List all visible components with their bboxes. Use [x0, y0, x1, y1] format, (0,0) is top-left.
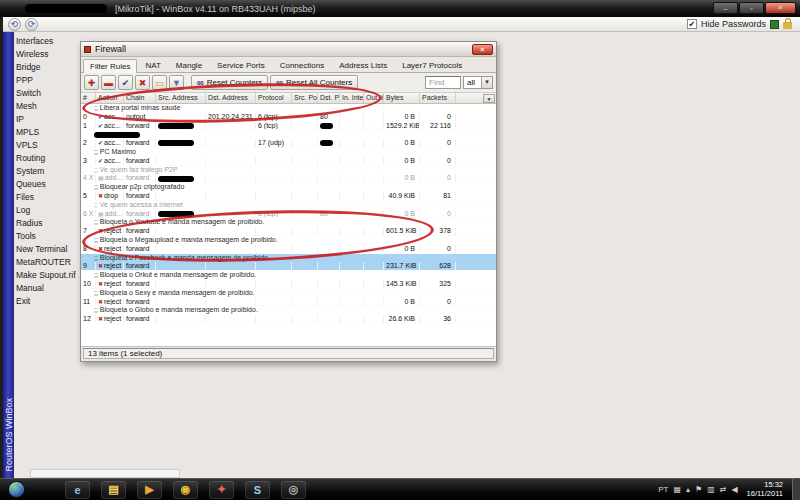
rule-comment-row[interactable]: ;; Ve quem acessa a internet: [81, 201, 496, 210]
brand-bar: RouterOS WinBox: [3, 32, 14, 478]
reset-all-counters-button[interactable]: 00 Reset All Counters: [270, 75, 358, 90]
maximize-button[interactable]: ▫: [739, 2, 764, 14]
explorer-icon[interactable]: ▤: [101, 481, 126, 499]
column-header-out-int[interactable]: Out. Int...: [364, 93, 384, 103]
minimize-button[interactable]: –: [713, 2, 738, 14]
tab-layer7-protocols[interactable]: Layer7 Protocols: [395, 58, 469, 72]
brand-vertical-text: RouterOS WinBox: [4, 398, 14, 478]
cell-outif: [364, 122, 384, 130]
cell-packets: 22 116: [420, 122, 456, 130]
filter-dropdown[interactable]: all ▼: [463, 76, 493, 89]
rule-row[interactable]: 5✖dropforward40.9 KiB81: [81, 192, 496, 201]
rule-comment-row[interactable]: [81, 130, 496, 139]
rule-row[interactable]: 0✔acc...output201.20.24.2316 (tcp)800 B0: [81, 113, 496, 122]
cell-src: [156, 262, 206, 270]
tab-address-lists[interactable]: Address Lists: [332, 58, 394, 72]
column-header-action[interactable]: Action: [96, 93, 124, 103]
reset-counters-button[interactable]: 00 Reset Counters: [191, 75, 268, 90]
rule-comment-row[interactable]: ;; PC Maximo: [81, 148, 496, 157]
filter-button[interactable]: ▼: [169, 75, 184, 90]
column-header-bytes[interactable]: Bytes: [384, 93, 420, 103]
rule-comment-row[interactable]: ;; Bloqueia o Facebook e manda mensagem …: [81, 254, 496, 263]
rule-row[interactable]: 11✖rejectforward0 B0: [81, 298, 496, 307]
firewall-titlebar[interactable]: Firewall ✕: [81, 42, 496, 57]
close-button[interactable]: ✕: [765, 2, 796, 14]
cell-chain: forward: [124, 245, 156, 253]
column-header-protocol[interactable]: Protocol: [256, 93, 292, 103]
firewall-close-button[interactable]: ✕: [472, 44, 493, 55]
column-header-dst-address[interactable]: Dst. Address: [206, 93, 256, 103]
redo-icon[interactable]: ⟳: [25, 18, 38, 31]
cell-inif: [340, 280, 364, 288]
tab-service-ports[interactable]: Service Ports: [210, 58, 272, 72]
disable-button[interactable]: ✖: [135, 75, 150, 90]
start-button[interactable]: [8, 481, 25, 498]
flag-icon[interactable]: ⚑: [695, 485, 702, 494]
tab-nat[interactable]: NAT: [138, 58, 167, 72]
column-header-chain[interactable]: Chain: [124, 93, 156, 103]
cell-action: ✔acc...: [96, 157, 124, 165]
rule-row[interactable]: 8✖rejectforward0 B0: [81, 245, 496, 254]
tab-mangle[interactable]: Mangle: [169, 58, 209, 72]
find-input[interactable]: Find: [425, 76, 461, 89]
rule-comment-row[interactable]: ;; Bloqueia o Orkut e manda mensagem de …: [81, 271, 496, 280]
cell-proto: 6 (tcp): [256, 210, 292, 218]
rule-row[interactable]: 9✖rejectforward231.7 KiB628: [81, 262, 496, 271]
column-select-button[interactable]: ▼: [483, 94, 495, 103]
column-header-[interactable]: #: [81, 93, 96, 103]
column-header-in-inter[interactable]: In. Inter...: [340, 93, 364, 103]
player-icon[interactable]: ◎: [281, 481, 306, 499]
comment-button[interactable]: ▭: [152, 75, 167, 90]
remove-button[interactable]: ▬: [101, 75, 116, 90]
media-player-icon[interactable]: ▶: [137, 481, 162, 499]
rule-comment-row[interactable]: ;; Libera portal minas saude: [81, 104, 496, 113]
cell-inif: [340, 245, 364, 253]
cell-action: ✖reject: [96, 227, 124, 235]
rule-row[interactable]: 6 X▤add...forward6 (tcp)800 B0: [81, 210, 496, 219]
skype-icon[interactable]: S: [245, 481, 270, 499]
tab-connections[interactable]: Connections: [273, 58, 331, 72]
rule-comment-row[interactable]: ;; Bloqueia o Sexy e manda mensagem de p…: [81, 289, 496, 298]
hidden-icons-chevron[interactable]: ▴: [686, 485, 690, 494]
network-icon[interactable]: ▥: [707, 485, 715, 494]
column-header-src-port[interactable]: Src. Port: [292, 93, 318, 103]
taskbar-clock[interactable]: 15:32 16/11/2011: [747, 481, 783, 498]
rule-row[interactable]: 7✖rejectforward601.5 KiB378: [81, 227, 496, 236]
rule-row[interactable]: 4 X▤add...forward0 B0: [81, 174, 496, 183]
undo-icon[interactable]: ⟲: [8, 18, 21, 31]
rule-row[interactable]: 1✔acc...forward6 (tcp)1529.2 KiB22 116: [81, 122, 496, 131]
keyboard-icon[interactable]: ▦: [673, 485, 681, 494]
cell-inif: [340, 298, 364, 306]
column-header-packets[interactable]: Packets: [420, 93, 456, 103]
action-label: reject: [104, 262, 121, 269]
rule-comment-row[interactable]: ;; Bloqueia o Megaupload e manda mensage…: [81, 236, 496, 245]
add-button[interactable]: ✚: [84, 75, 99, 90]
rule-row[interactable]: 10✖rejectforward145.3 KiB325: [81, 280, 496, 289]
cell-sport: [292, 157, 318, 165]
cell-dport: [318, 157, 340, 165]
cell-dport: [318, 174, 340, 182]
rule-row[interactable]: 3✔acc...forward0 B0: [81, 157, 496, 166]
tab-filter-rules[interactable]: Filter Rules: [83, 59, 137, 73]
rule-comment-row[interactable]: ;; Ve quem faz trafego P2P: [81, 166, 496, 175]
column-header-dst-port[interactable]: Dst. Port: [318, 93, 340, 103]
show-desktop-button[interactable]: [792, 479, 800, 500]
cell-src: [156, 315, 206, 323]
messenger-icon[interactable]: ✦: [209, 481, 234, 499]
rule-row[interactable]: 2✔acc...forward17 (udp)0 B0: [81, 139, 496, 148]
cell-dport: [318, 122, 340, 130]
volume-icon[interactable]: ◀: [731, 485, 737, 494]
rule-row[interactable]: 12✖rejectforward26.6 KiB36: [81, 315, 496, 324]
rule-comment-row[interactable]: ;; Bloqueia o Globo e manda mensagem de …: [81, 306, 496, 315]
column-header-src-address[interactable]: Src. Address: [156, 93, 206, 103]
status-text: 13 items (1 selected): [83, 348, 494, 359]
ie-icon[interactable]: e: [65, 481, 90, 499]
enable-button[interactable]: ✔: [118, 75, 133, 90]
chrome-icon[interactable]: ◉: [173, 481, 198, 499]
language-indicator[interactable]: PT: [658, 485, 668, 494]
rule-comment-row[interactable]: ;; Bloquear p2p criptografado: [81, 183, 496, 192]
rule-comment-row[interactable]: ;; Bloqueia o Youtube e manda mensagem d…: [81, 218, 496, 227]
firewall-tabs: Filter RulesNATMangleService PortsConnec…: [81, 57, 496, 73]
sync-icon[interactable]: ⇄: [720, 485, 727, 494]
hide-passwords-checkbox[interactable]: ✔: [687, 19, 697, 29]
